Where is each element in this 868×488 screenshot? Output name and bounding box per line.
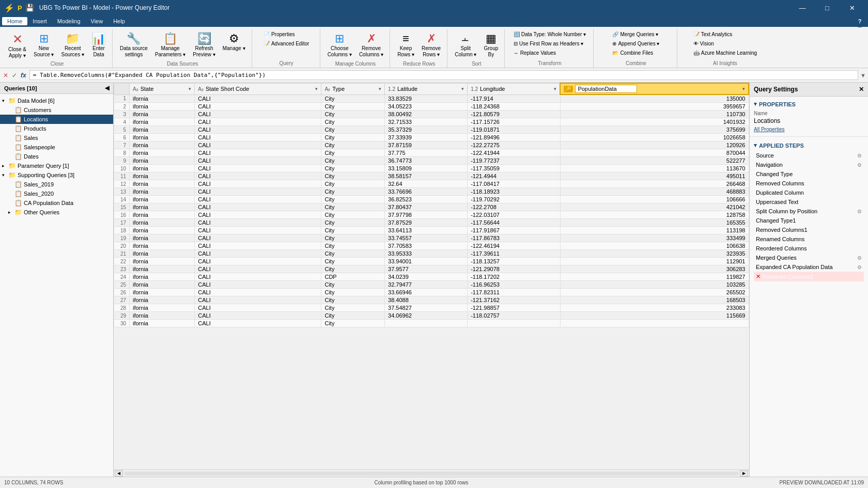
col-header-state[interactable]: Aᵦ State ▾ [130,83,195,95]
table-row[interactable]: 10iforniaCALICity33.15809-117.3505911367… [114,165,749,172]
latitude-filter-button[interactable]: ▾ [461,86,464,91]
table-row[interactable]: 22iforniaCALICity33.94001-118.1325711290… [114,258,749,265]
sidebar-item-products[interactable]: 📋 Products [0,124,113,133]
table-row[interactable]: 9iforniaCALICity36.74773-119.77237522277 [114,157,749,165]
population-col-name-input[interactable] [575,85,637,93]
sidebar-item-ca-population-data[interactable]: 📋 CA Population Data [0,198,113,208]
menu-insert[interactable]: Insert [27,17,52,25]
table-row[interactable]: 8iforniaCALICity37.775-122.41944870044 [114,149,749,157]
sidebar-item-other-queries[interactable]: ▸ 📁 Other Queries [0,208,113,217]
table-row[interactable]: 28iforniaCALICity37.54827-121.9885723308… [114,304,749,312]
table-row[interactable]: 15iforniaCALICity37.80437-122.2708421042 [114,203,749,211]
col-header-latitude[interactable]: 1.2 Latitude ▾ [385,83,468,95]
formula-input[interactable] [29,70,858,80]
replace-values-button[interactable]: ↔ Replace Values [510,49,589,57]
refresh-preview-button[interactable]: 🔄 RefreshPreview ▾ [190,30,218,61]
menu-help[interactable]: Help [108,17,130,25]
table-row[interactable]: 29iforniaCALICity34.06962-118.0275711566… [114,312,749,320]
sidebar-item-salespeople[interactable]: 📋 Salespeople [0,143,113,152]
table-row[interactable]: 19iforniaCALICity33.74557-117.8678333349… [114,234,749,242]
step-item-duplicated-column[interactable]: Duplicated Column [754,188,864,197]
split-column-button[interactable]: ⫠ SplitColumn ▾ [452,30,479,61]
keep-rows-button[interactable]: ≡ KeepRows ▾ [394,30,417,61]
first-row-headers-button[interactable]: ⊟ Use First Row as Headers ▾ [510,39,589,48]
state-short-filter-button[interactable]: ▾ [315,86,318,91]
step-item-split-column-by-position[interactable]: Split Column by Position⚙ [754,207,864,216]
step-settings-icon-source[interactable]: ⚙ [857,153,862,159]
table-row[interactable]: 1iforniaCALICity33.83529-117.914135000 [114,95,749,103]
vision-button[interactable]: 👁 Vision [690,39,760,48]
type-filter-button[interactable]: ▾ [379,86,381,91]
sidebar-item-sales[interactable]: 📋 Sales [0,133,113,143]
table-row[interactable]: 5iforniaCALICity35.37329-119.01871375699 [114,126,749,134]
table-row[interactable]: 13iforniaCALICity33.76696-118.1892346888… [114,188,749,196]
data-type-button[interactable]: 🔢 Data Type: Whole Number ▾ [510,30,589,39]
recent-sources-button[interactable]: 📁 RecentSources ▾ [58,30,87,61]
step-item-uppercased-text[interactable]: Uppercased Text [754,197,864,207]
col-header-longitude[interactable]: 1.2 Longitude ▾ [468,83,561,95]
grid-container[interactable]: Aᵦ State ▾ Aᵦ State Short Code ▾ [114,83,749,469]
table-row[interactable]: 20iforniaCALICity37.70583-122.4619410663… [114,242,749,250]
step-item-navigation[interactable]: Navigation⚙ [754,160,864,169]
table-row[interactable]: 11iforniaCALICity38.58157-121.4944495011 [114,172,749,180]
table-row[interactable]: 18iforniaCALICity33.64113-117.9186711319… [114,227,749,234]
table-row[interactable]: 23iforniaCALICity37.9577-121.29078306283 [114,265,749,273]
minimize-button[interactable]: — [791,0,814,15]
new-source-button[interactable]: ⊞ NewSource ▾ [30,30,57,61]
table-row[interactable]: 25iforniaCALICity32.79477-116.9625310328… [114,281,749,289]
all-properties-link[interactable]: All Properties [754,127,864,132]
advanced-editor-button[interactable]: 📝 Advanced Editor [260,39,312,48]
text-analytics-button[interactable]: 📝 Text Analytics [690,30,760,39]
close-button[interactable]: ✕ [840,0,864,15]
table-row[interactable]: 16iforniaCALICity37.97798-122.0310712875… [114,211,749,219]
col-header-population[interactable]: 🔑 ▾ [560,83,749,95]
step-item-removed-columns2[interactable]: ✕Removed Columns2 [754,272,864,281]
sidebar-group-supporting-queries[interactable]: ▾ 📁 Supporting Queries [3] [0,170,113,180]
choose-columns-button[interactable]: ⊞ ChooseColumns ▾ [324,30,355,61]
sidebar-item-dates[interactable]: 📋 Dates [0,152,113,161]
scroll-left-button[interactable]: ◀ [115,470,123,477]
query-settings-close-button[interactable]: ✕ [859,86,864,93]
close-apply-button[interactable]: ✕ Close &Apply ▾ [5,30,29,61]
sidebar-item-sales-2019[interactable]: 📋 Sales_2019 [0,180,113,189]
menu-home[interactable]: Home [2,17,27,25]
combine-files-button[interactable]: 📂 Combine Files [609,49,662,57]
table-row[interactable]: 6iforniaCALICity37.33939-121.89496102665… [114,134,749,141]
step-item-removed-columns1[interactable]: Removed Columns1 [754,225,864,234]
save-icon[interactable]: 💾 [25,4,34,12]
table-row[interactable]: 30iforniaCALICity [114,320,749,327]
table-row[interactable]: 14iforniaCALICity36.82523-119.7029210666… [114,196,749,203]
step-item-source[interactable]: Source⚙ [754,151,864,160]
step-item-removed-columns[interactable]: Removed Columns [754,179,864,188]
merge-queries-button[interactable]: 🔗 Merge Queries ▾ [609,30,662,39]
azure-ml-button[interactable]: 🤖 Azure Machine Learning [690,49,760,57]
step-item-expanded-ca-population-data[interactable]: Expanded CA Population Data⚙ [754,262,864,272]
manage-button[interactable]: ⚙ Manage ▾ [220,30,249,61]
formula-accept-button[interactable]: ✓ [11,71,18,80]
datasource-settings-button[interactable]: 🔧 Data sourcesettings [117,30,151,61]
manage-parameters-button[interactable]: 📋 ManageParameters ▾ [152,30,189,61]
scroll-right-button[interactable]: ▶ [740,470,748,477]
menu-view[interactable]: View [86,17,109,25]
append-queries-button[interactable]: ⊕ Append Queries ▾ [609,39,662,48]
sidebar-item-customers[interactable]: 📋 Customers [0,105,113,115]
step-settings-icon-navigation[interactable]: ⚙ [857,162,862,168]
table-row[interactable]: 12iforniaCALICity32.64-117.08417266468 [114,180,749,188]
table-row[interactable]: 26iforniaCALICity33.66946-117.8231126550… [114,289,749,296]
table-row[interactable]: 27iforniaCALICity38.4088-121.37162168503 [114,296,749,304]
sidebar-group-data-model[interactable]: ▾ 📁 Data Model [6] [0,96,113,105]
remove-columns-button[interactable]: ✗ RemoveColumns ▾ [356,30,386,61]
longitude-filter-button[interactable]: ▾ [554,86,556,91]
population-filter-button[interactable]: ▾ [742,86,745,91]
table-row[interactable]: 2iforniaCALICity34.05223-118.24368395965… [114,103,749,111]
step-settings-icon-merged-queries[interactable]: ⚙ [857,255,862,261]
properties-button[interactable]: 📄 Properties [260,30,312,39]
col-header-type[interactable]: Aᵦ Type ▾ [321,83,385,95]
step-item-changed-type[interactable]: Changed Type [754,169,864,179]
step-item-reordered-columns[interactable]: Reordered Columns [754,244,864,253]
table-row[interactable]: 3iforniaCALICity38.00492-121.80579110730 [114,111,749,118]
table-row[interactable]: 7iforniaCALICity37.87159-122.27275120926 [114,141,749,149]
horizontal-scrollbar[interactable] [124,471,739,476]
sidebar-group-parameter-query[interactable]: ▸ 📁 Parameter Query [1] [0,161,113,170]
remove-rows-button[interactable]: ✗ RemoveRows ▾ [419,30,444,61]
